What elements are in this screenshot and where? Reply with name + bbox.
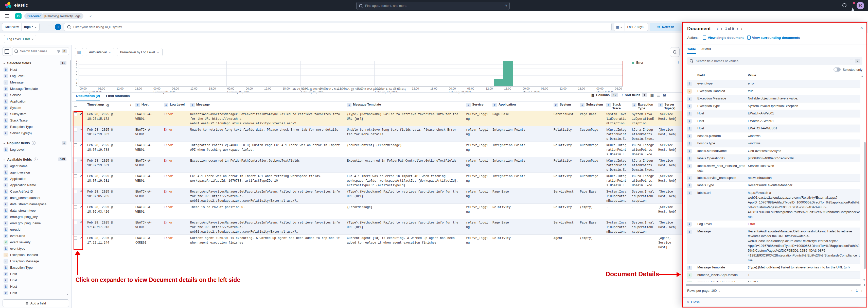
next-page-icon[interactable]: ›	[861, 289, 862, 292]
sidebar-field-item[interactable]: kApplication Name	[0, 182, 69, 188]
scroll-right-icon[interactable]: ▶	[864, 283, 866, 286]
row-checkbox[interactable]	[74, 205, 78, 209]
filter-fields-icon[interactable]	[57, 50, 60, 53]
cell-app[interactable]: Page Base	[490, 188, 552, 204]
row-checkbox[interactable]	[74, 128, 78, 131]
cell-svc[interactable]: relsvr_logging	[464, 235, 490, 250]
cell-tmpl[interactable]: EC: 4.1 There was an error in Import API…	[345, 173, 464, 188]
flyout-field-search[interactable]: 0	[687, 57, 862, 65]
sidebar-section-header[interactable]: ⌄Selected fields11	[0, 59, 69, 66]
cell-servers[interactable]: [Service Host, Web]	[656, 173, 682, 188]
field-type-icon-cell[interactable]: t	[687, 229, 698, 263]
cell-sub[interactable]: Page Base	[578, 219, 604, 235]
cell-sub[interactable]: CustomPage	[578, 173, 604, 188]
row-checkbox[interactable]	[74, 113, 78, 116]
sidebar-field-item[interactable]: kApplication	[0, 98, 69, 104]
field-type-icon-cell[interactable]: k	[687, 221, 698, 227]
cell-sys[interactable]: Relativity	[552, 157, 578, 173]
sidebar-field-item[interactable]: ◑Exception Handled	[0, 252, 69, 258]
cell-tmpl[interactable]: {Type}.{MethodName} Failed to retrieve f…	[345, 188, 464, 204]
cell-level[interactable]: Error	[162, 188, 188, 204]
cell-sub[interactable]: CustomPage	[578, 142, 604, 157]
cell-svc[interactable]: relsvr_logging	[464, 111, 490, 126]
cell-servers[interactable]: [Service Host, Web]	[656, 204, 682, 219]
cell-servers[interactable]: [Service Host, Web]	[656, 126, 682, 142]
expand-document-icon[interactable]: ↗	[80, 174, 82, 188]
cell-exc[interactable]: -	[630, 235, 656, 250]
column-header-exception-type[interactable]: kException Type	[630, 101, 656, 111]
selected-only-toggle[interactable]	[834, 67, 841, 71]
row-checkbox[interactable]	[74, 159, 78, 162]
scroll-down-icon[interactable]: ▼	[863, 279, 865, 281]
cell-msg[interactable]: EC: 4.1 There was an error in Import API…	[188, 173, 345, 188]
kql-search-bar[interactable]	[64, 23, 612, 31]
cell-msg[interactable]: RecentsAndFavoritesManager.GetFavoritesI…	[188, 188, 345, 204]
cell-stack[interactable]: System.InvalidOperationException: Nullab…	[604, 188, 630, 204]
field-type-icon-cell[interactable]: k	[687, 148, 698, 154]
cell-sys[interactable]: Agent	[552, 235, 578, 250]
column-header-timestamp[interactable]: Timestamp◷↓	[85, 101, 133, 111]
field-search-input[interactable]	[20, 49, 56, 53]
flyout-field-value[interactable]: RecentsAndFavoritesManager.GetFavoritesI…	[748, 229, 860, 263]
cell-exc[interactable]: kCura.IntegrationPoints.Domain.Exception…	[630, 157, 656, 173]
row-checkbox[interactable]	[74, 221, 78, 224]
sidebar-field-item[interactable]: kHost	[0, 66, 69, 73]
flyout-field-value[interactable]: error	[748, 81, 860, 86]
column-header-service[interactable]: kService	[464, 101, 490, 111]
sort-fields-button[interactable]: ↕ Sort fields 1	[622, 93, 647, 97]
cell-msg[interactable]: Integration Points v(24000.0.0.0) Custom…	[188, 142, 345, 157]
cell-stack[interactable]: System.InvalidOperationException: Nullab…	[604, 111, 630, 126]
flyout-field-value[interactable]: Error	[748, 221, 860, 227]
flyout-field-value[interactable]: EWatch-A-Web01	[748, 111, 860, 116]
kql-input[interactable]	[73, 25, 608, 29]
histogram-bar[interactable]	[494, 79, 503, 86]
density-icon[interactable]: ▦	[650, 93, 654, 97]
sidebar-field-item[interactable]: kException Type	[0, 265, 69, 271]
columns-button[interactable]: ▦ Columns 12	[591, 93, 618, 97]
expand-document-icon[interactable]: ↗	[80, 113, 82, 126]
breakdown-select[interactable]: Breakdown by Log Level⌄	[117, 48, 162, 56]
collapse-sidebar-button[interactable]	[3, 47, 11, 56]
flyout-field-value[interactable]: windows	[748, 133, 860, 139]
cell-sub[interactable]: (empty)	[578, 204, 604, 219]
column-header-message[interactable]: tMessage	[188, 101, 345, 111]
flyout-field-value[interactable]: true	[748, 89, 860, 94]
cell-ts[interactable]: Feb 28, 2025 @ 17:22:11.244	[85, 235, 133, 250]
cell-level[interactable]: Error	[162, 235, 188, 250]
flyout-field-value[interactable]: EWATCH-A-WEB01	[748, 126, 860, 131]
histogram-chart[interactable]: 0123456700:00February 23, 202506:0012:00…	[79, 61, 623, 87]
cell-ts[interactable]: Feb 28, 2025 @ 18:07:19.788	[85, 142, 133, 157]
cell-svc[interactable]: relsvr_logging	[464, 204, 490, 219]
cell-servers[interactable]: [Service Host, Web]	[656, 142, 682, 157]
view-single-document-link[interactable]: View single document	[703, 35, 744, 39]
column-header-subsystem[interactable]: kSubsystem	[578, 101, 604, 111]
cell-msg[interactable]: RecentsAndFavoritesManager.GetFavoritesI…	[188, 111, 345, 126]
cell-tmpl[interactable]: Current agent {id} is executing. A warme…	[345, 235, 464, 250]
column-header-log-level[interactable]: kLog Level	[162, 101, 188, 111]
space-avatar[interactable]: D	[15, 13, 22, 19]
cell-exc[interactable]: kCura.IntegrationPoints.Domain.Exception…	[630, 173, 656, 188]
flyout-search-input[interactable]	[695, 59, 848, 63]
column-header-system[interactable]: kSystem	[552, 101, 578, 111]
row-checkbox[interactable]	[74, 174, 78, 178]
cell-servers[interactable]: [Agent, Service Host]	[656, 235, 682, 250]
cell-ts[interactable]: Feb 28, 2025 @ 18:25:15.172	[85, 111, 133, 126]
cell-level[interactable]: Error	[162, 142, 188, 157]
fullscreen-icon[interactable]: ⊡	[663, 93, 666, 97]
field-type-icon-cell[interactable]: k	[687, 163, 698, 173]
column-header-application[interactable]: kApplication	[490, 101, 552, 111]
chart-legend[interactable]: Error	[632, 61, 643, 64]
tab-json[interactable]: JSON	[702, 47, 711, 54]
close-flyout-button[interactable]: ×Close	[687, 300, 700, 304]
cell-sub[interactable]: CustomPage	[578, 126, 604, 142]
cell-app[interactable]: Integration Points	[490, 157, 552, 173]
sidebar-field-item[interactable]: kHost	[0, 277, 69, 283]
cell-stack[interactable]: -	[604, 204, 630, 219]
field-type-icon-cell[interactable]: k	[687, 156, 698, 161]
cell-host[interactable]: EWATCH-A-CORE01	[133, 235, 162, 250]
flyout-field-value[interactable]: |2606d6b3-4006e6051e620c89.	[748, 156, 860, 161]
time-picker[interactable]: ▦ ⌄ Last 7 days	[614, 23, 648, 31]
cell-sys[interactable]: ServiceHost	[552, 219, 578, 235]
prev-page-icon[interactable]: ‹	[851, 289, 852, 292]
cell-ts[interactable]: Feb 28, 2025 @ 18:07:19.882	[85, 126, 133, 142]
